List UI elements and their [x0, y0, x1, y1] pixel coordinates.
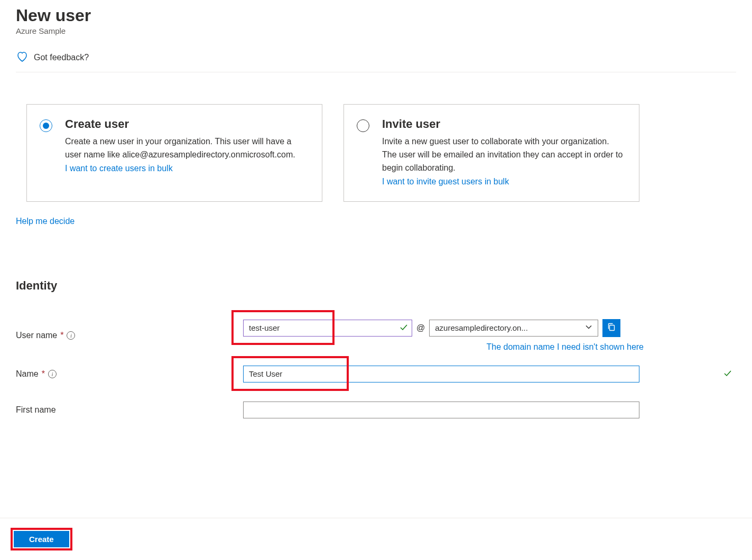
copy-button[interactable]: [602, 319, 620, 337]
info-icon[interactable]: i: [48, 370, 57, 378]
option-create-title: Create user: [65, 117, 307, 131]
option-invite-user[interactable]: Invite user Invite a new guest user to c…: [343, 104, 639, 201]
first-name-input[interactable]: [243, 402, 639, 418]
page-title: New user: [16, 5, 736, 25]
radio-invite-user[interactable]: [357, 119, 369, 132]
feedback-row[interactable]: Got feedback?: [16, 50, 736, 72]
feedback-label: Got feedback?: [34, 53, 89, 62]
create-bulk-link[interactable]: I want to create users in bulk: [65, 164, 307, 173]
name-label: Name: [16, 369, 39, 379]
help-me-decide-link[interactable]: Help me decide: [16, 217, 75, 226]
check-icon: [400, 323, 408, 333]
page-subtitle: Azure Sample: [16, 26, 736, 35]
username-input[interactable]: [243, 320, 412, 337]
check-icon: [723, 369, 732, 379]
option-invite-title: Invite user: [382, 117, 624, 131]
at-symbol: @: [416, 323, 425, 333]
radio-create-user[interactable]: [40, 119, 52, 132]
required-indicator: *: [60, 331, 63, 340]
option-create-desc: Create a new user in your organization. …: [65, 135, 307, 162]
chevron-down-icon: [585, 323, 592, 332]
domain-select[interactable]: azuresampledirectory.on...: [429, 320, 598, 337]
option-invite-desc: Invite a new guest user to collaborate w…: [382, 135, 624, 174]
info-icon[interactable]: i: [67, 331, 75, 340]
copy-icon: [607, 322, 616, 333]
first-name-label: First name: [16, 405, 56, 415]
domain-help-link[interactable]: The domain name I need isn't shown here: [487, 342, 644, 352]
option-create-user[interactable]: Create user Create a new user in your or…: [26, 104, 322, 201]
invite-bulk-link[interactable]: I want to invite guest users in bulk: [382, 177, 624, 186]
identity-heading: Identity: [16, 279, 736, 293]
name-input[interactable]: [243, 366, 639, 382]
required-indicator: *: [42, 369, 45, 379]
username-label: User name: [16, 331, 57, 340]
domain-value: azuresampledirectory.on...: [435, 323, 528, 332]
svg-rect-0: [610, 325, 615, 331]
heart-icon: [16, 50, 29, 64]
